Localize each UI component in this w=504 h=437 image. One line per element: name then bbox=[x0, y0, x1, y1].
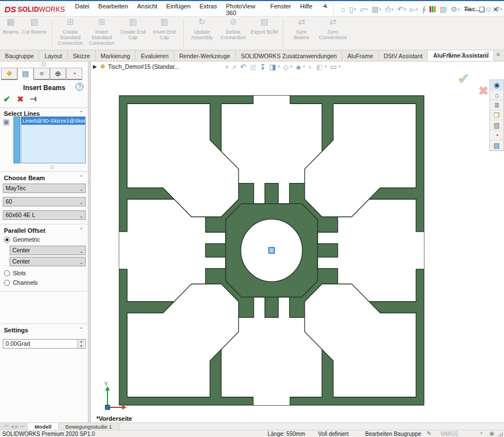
angle-spinbox[interactable]: 0.00Grad ▲▼ bbox=[3, 339, 86, 349]
close-button[interactable]: ✕ bbox=[493, 6, 498, 13]
confirm-ok-corner-icon[interactable]: ✔ bbox=[458, 71, 470, 88]
bom-list-icon[interactable]: ▤ bbox=[438, 4, 448, 15]
menu-fenster[interactable]: Fenster bbox=[266, 1, 295, 18]
ribbon-button-update-assembly[interactable]: ↻Update Assembly bbox=[186, 18, 218, 41]
home-icon[interactable]: ⌂ bbox=[339, 4, 347, 15]
view-palette-icon[interactable]: ▧ bbox=[490, 120, 503, 130]
view-orientation-icon[interactable]: ◨ bbox=[269, 63, 276, 71]
tab-nav-buttons[interactable]: ⏮ ◀ ▶ ⏭ bbox=[0, 423, 28, 430]
display-style-icon[interactable]: ◇ bbox=[283, 63, 288, 71]
prev-tab-icon[interactable]: ◀ bbox=[10, 424, 13, 429]
tab-render-werkzeuge[interactable]: Render-Werkzeuge bbox=[174, 50, 236, 61]
units-status[interactable]: MMGS bbox=[441, 431, 458, 437]
selected-line-item[interactable]: Linie5@3D-Skizze1@Sketch-1 bbox=[21, 117, 85, 125]
flyout-tree-arrow-icon[interactable]: ▶ bbox=[93, 64, 97, 69]
spin-up-icon[interactable]: ▲ bbox=[78, 340, 85, 344]
offset2-dropdown[interactable]: Center⌄ bbox=[10, 257, 86, 266]
pin-menu-icon[interactable]: ➤ bbox=[315, 1, 330, 17]
feature-manager-tab[interactable]: ❖ bbox=[1, 68, 17, 80]
offset1-dropdown[interactable]: Center⌄ bbox=[10, 246, 86, 255]
tag-icon[interactable]: ◉ bbox=[489, 430, 494, 436]
ribbon-button-export-bom[interactable]: ▤Export BOM bbox=[249, 18, 280, 35]
ribbon-button-create-standard-connection[interactable]: ⊞Create Standard Connection bbox=[55, 18, 86, 46]
ribbon-button-insert-standard-connection[interactable]: ⊞Insert Standard Connection bbox=[86, 18, 118, 46]
profile-dropdown[interactable]: 60x60 4E L⌄ bbox=[3, 210, 86, 220]
collapse-chevron-icon[interactable]: ⌃ bbox=[79, 175, 83, 180]
ok-check-icon[interactable]: ✔ bbox=[3, 94, 11, 104]
next-tab-icon[interactable]: ▶ bbox=[15, 424, 18, 429]
appearances-icon[interactable]: ◐ bbox=[309, 63, 313, 71]
resources-icon[interactable]: ◉ bbox=[490, 80, 503, 90]
appearances-icon[interactable]: ◔ bbox=[490, 130, 503, 140]
menu-datei[interactable]: Datei bbox=[71, 1, 94, 18]
motion-study-tab[interactable]: Bewegungsstudie 1 bbox=[59, 423, 119, 430]
dock-pane-left-icon[interactable]: ◧ bbox=[448, 51, 453, 58]
scene-icon[interactable]: ◧ bbox=[316, 63, 323, 71]
previous-view-icon[interactable]: ↶ bbox=[240, 63, 246, 71]
last-tab-icon[interactable]: ⏭ bbox=[21, 424, 25, 429]
keep-visible-pin-icon[interactable] bbox=[30, 96, 38, 102]
configuration-manager-tab[interactable]: ≡ bbox=[34, 68, 50, 80]
beam-profile-cross-section[interactable] bbox=[119, 95, 424, 406]
first-tab-icon[interactable]: ⏮ bbox=[4, 424, 8, 429]
ribbon-button-sync-beams[interactable]: ⇄Sync Beams bbox=[286, 18, 318, 41]
tab-baugruppe[interactable]: Baugruppe bbox=[0, 50, 39, 61]
breadcrumb[interactable]: ❖ Tisch_Demo#15 (Standar... bbox=[100, 63, 179, 71]
select-tool-icon[interactable]: ▻▾ bbox=[408, 4, 420, 15]
tab-dstv-assistant[interactable]: DStV Assistant bbox=[379, 50, 428, 61]
slots-radio[interactable]: Slots bbox=[4, 270, 26, 276]
tab-layout[interactable]: Layout bbox=[39, 50, 68, 61]
listbox-resize-handle[interactable] bbox=[50, 165, 54, 169]
panel-resize-handle[interactable] bbox=[41, 62, 46, 67]
ribbon-button-cut-beams[interactable]: ▧Cut Beams bbox=[20, 18, 49, 35]
render-queue-icon[interactable] bbox=[428, 5, 437, 13]
tab-evaluieren[interactable]: Evaluieren bbox=[136, 50, 174, 61]
parallel-offset-header[interactable]: Parallel Offset bbox=[4, 227, 45, 234]
spin-steppers[interactable]: ▲▼ bbox=[77, 340, 85, 348]
vendor-dropdown[interactable]: MayTec⌄ bbox=[3, 184, 86, 193]
cancel-x-icon[interactable]: ✖ bbox=[17, 95, 24, 104]
graphics-viewport[interactable]: ▶ ❖ Tisch_Demo#15 (Standar... ⌕ ⌕ ↶ ▥ ↧ … bbox=[91, 62, 488, 422]
tab-aluframe[interactable]: AluFrame bbox=[342, 50, 379, 61]
tab-solidworks-zusatzanwendungen[interactable]: SOLIDWORKS Zusatzanwendungen bbox=[236, 50, 343, 61]
panel-help-icon[interactable]: ? bbox=[76, 83, 83, 91]
doc-close-button[interactable]: ✕ bbox=[496, 51, 501, 58]
print-icon[interactable]: ⎙▾ bbox=[384, 4, 395, 15]
series-dropdown[interactable]: 60⌄ bbox=[3, 197, 86, 206]
settings-header[interactable]: Settings bbox=[4, 327, 28, 333]
file-explorer-icon[interactable]: ❒ bbox=[490, 110, 503, 120]
ribbon-button-beams[interactable]: ▦Beams bbox=[1, 18, 20, 35]
zoom-fit-icon[interactable]: ⌕ bbox=[225, 62, 229, 71]
attach-icon[interactable]: ∮ bbox=[421, 4, 428, 15]
display-manager-tab[interactable]: ◔ bbox=[66, 68, 82, 80]
menu-photoview[interactable]: PhotoView 360 bbox=[222, 1, 265, 18]
ribbon-button-create-end-cap[interactable]: ▥Create End Cap bbox=[118, 18, 149, 41]
choose-beam-header[interactable]: Choose Beam bbox=[4, 175, 45, 181]
undo-icon[interactable]: ↶▾ bbox=[396, 4, 408, 15]
normal-to-icon[interactable]: ↧ bbox=[260, 63, 266, 71]
ribbon-button-insert-end-cap[interactable]: ▥Insert End Cap bbox=[149, 18, 180, 41]
menu-extras[interactable]: Extras bbox=[195, 1, 221, 18]
design-library-icon[interactable]: ≣ bbox=[490, 100, 503, 110]
menu-ansicht[interactable]: Ansicht bbox=[133, 1, 161, 18]
geometric-radio[interactable]: Geometric bbox=[4, 236, 40, 243]
open-document-icon[interactable]: ▱▾ bbox=[358, 4, 370, 15]
zoom-area-icon[interactable]: ⌕ bbox=[232, 62, 236, 71]
dock-pane-right-icon[interactable]: ◨ bbox=[460, 51, 465, 58]
ribbon-button-sync-connections[interactable]: ⇄Sync Connections bbox=[318, 18, 349, 41]
home-tab-icon[interactable]: ⌂ bbox=[490, 90, 503, 100]
model-tab[interactable]: Modell bbox=[28, 423, 59, 430]
ribbon-button-delete-connection[interactable]: ⊘Delete Connection bbox=[218, 18, 249, 41]
custom-properties-icon[interactable]: ▤ bbox=[490, 140, 503, 151]
selected-lines-listbox[interactable]: Linie5@3D-Skizze1@Sketch-1 bbox=[21, 116, 86, 163]
hide-show-items-icon[interactable]: ◈ bbox=[296, 63, 301, 71]
dimxpert-manager-tab[interactable]: ⊕ bbox=[50, 68, 66, 80]
units-caret-icon[interactable]: ▾ bbox=[480, 431, 483, 435]
menu-hilfe[interactable]: Hilfe bbox=[296, 1, 316, 18]
new-document-icon[interactable]: ▯▾ bbox=[348, 4, 358, 15]
spin-down-icon[interactable]: ▼ bbox=[78, 344, 85, 349]
minimize-button[interactable]: — bbox=[464, 6, 471, 13]
tab-markierung[interactable]: Markierung bbox=[96, 50, 136, 61]
section-view-icon[interactable]: ▥ bbox=[249, 63, 256, 71]
collapse-chevron-icon[interactable]: ⌃ bbox=[79, 227, 83, 233]
